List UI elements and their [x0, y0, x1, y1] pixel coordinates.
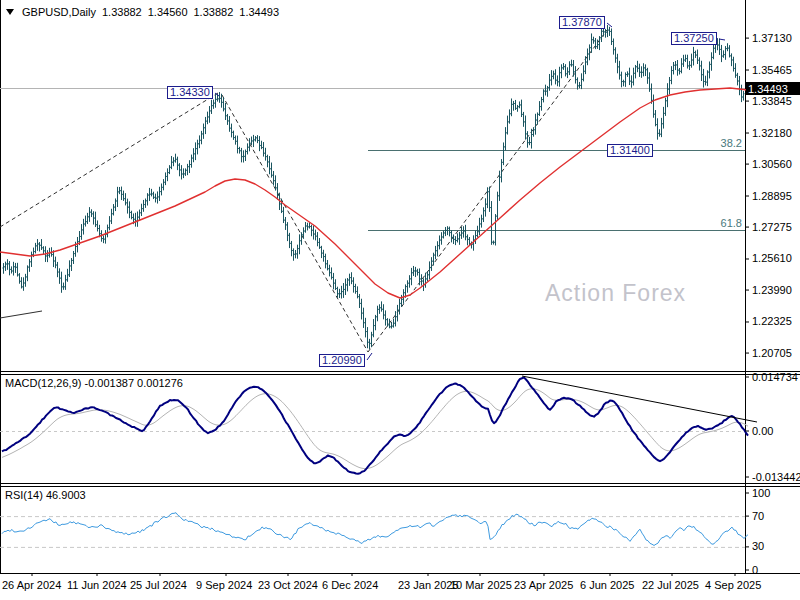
price-axis-tick-label: 1.20705	[752, 347, 792, 360]
time-axis-label: 4 Sep 2025	[705, 579, 761, 592]
price-chart-panel[interactable]	[0, 0, 746, 371]
watermark: Action Forex	[545, 280, 686, 307]
price-level-tag: 1.37870	[559, 16, 605, 29]
rsi-axis-tick-label: 70	[752, 510, 764, 523]
trading-chart-window: GBPUSD,Daily 1.33882 1.34560 1.33882 1.3…	[0, 0, 800, 600]
time-axis-label: 6 Dec 2024	[322, 579, 378, 592]
macd-axis-tick-label: 0.014734	[752, 371, 798, 384]
price-axis-tick-label: 1.23990	[752, 284, 792, 297]
time-axis-label: 6 Jun 2025	[580, 579, 634, 592]
rsi-axis-tick-label: 30	[752, 540, 764, 553]
rsi-axis-tick-label: 0	[752, 564, 758, 577]
rsi-indicator-label: RSI(14) 46.9003	[5, 489, 86, 502]
quote-open: 1.33882	[102, 6, 142, 18]
price-level-tag: 1.20990	[319, 354, 365, 367]
macd-indicator-label: MACD(12,26,9) -0.001387 0.001276	[5, 377, 183, 390]
fibonacci-label: 61.8	[721, 217, 742, 229]
price-axis-tick-label: 1.22325	[752, 315, 792, 328]
time-axis-label: 9 Sep 2024	[196, 579, 252, 592]
rsi-panel[interactable]	[0, 486, 746, 573]
price-axis-tick-label: 1.32180	[752, 127, 792, 140]
time-axis-label: 11 Jun 2024	[67, 579, 127, 592]
price-level-tag: 1.34330	[167, 86, 213, 99]
price-axis-tick-label: 1.27275	[752, 221, 792, 234]
price-axis-tick-label: 1.33845	[752, 95, 792, 108]
time-axis-label: 22 Jul 2025	[642, 579, 699, 592]
quote-low: 1.33882	[194, 6, 234, 18]
quote-high: 1.34560	[148, 6, 188, 18]
time-axis-label: 26 Apr 2024	[2, 579, 61, 592]
price-level-tag: 1.31400	[607, 144, 653, 157]
chart-header: GBPUSD,Daily 1.33882 1.34560 1.33882 1.3…	[6, 6, 279, 18]
chevron-down-icon[interactable]	[6, 9, 14, 15]
price-axis-tick-label: 1.28895	[752, 190, 792, 203]
price-axis-tick-label: 1.30560	[752, 158, 792, 171]
macd-axis-tick-label: -0.013442	[752, 471, 800, 484]
macd-panel[interactable]	[0, 374, 746, 483]
fibonacci-label: 38.2	[721, 137, 742, 149]
macd-axis-tick-label: 0.00	[752, 425, 773, 438]
time-axis-label: 10 Mar 2025	[450, 579, 512, 592]
price-axis-tick-label: 1.37130	[752, 32, 792, 45]
price-axis-tick-label: 1.35465	[752, 64, 792, 77]
rsi-axis-tick-label: 100	[752, 487, 770, 500]
current-price-tag: 1.34493	[746, 82, 800, 95]
price-axis-tick-label: 1.25610	[752, 252, 792, 265]
symbol-title: GBPUSD,Daily	[22, 6, 96, 18]
price-level-tag: 1.37250	[671, 32, 717, 45]
time-axis-label: 23 Apr 2025	[514, 579, 573, 592]
time-axis-label: 23 Oct 2024	[258, 579, 318, 592]
time-axis-label: 25 Jul 2024	[130, 579, 187, 592]
quote-close: 1.34493	[239, 6, 279, 18]
